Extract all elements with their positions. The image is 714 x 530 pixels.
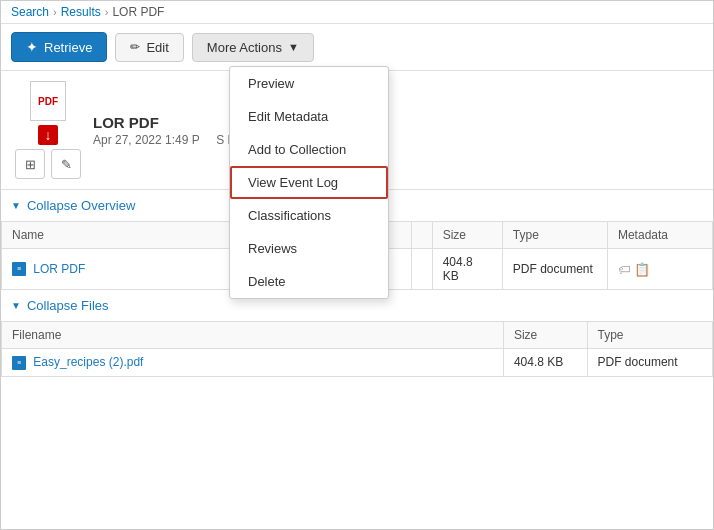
chevron-down-icon: ▼ (288, 41, 299, 53)
file-icon-small-files: ≡ (12, 356, 26, 370)
menu-item-delete[interactable]: Delete (230, 265, 388, 298)
metadata-icon: 📋 (634, 262, 650, 277)
more-actions-button[interactable]: More Actions ▼ (192, 33, 314, 62)
pdf-download-arrow[interactable]: ↓ (38, 125, 58, 145)
breadcrumb-sep2: › (105, 6, 109, 18)
files-col-filename: Filename (2, 322, 504, 349)
pdf-icon-label: PDF (38, 96, 58, 107)
menu-item-preview[interactable]: Preview (230, 67, 388, 100)
overview-col-size: Size (432, 222, 502, 249)
retrieve-button[interactable]: ✦ Retrieve (11, 32, 107, 62)
breadcrumb: Search › Results › LOR PDF (1, 1, 713, 24)
overview-row-name-link[interactable]: LOR PDF (33, 262, 85, 276)
overview-collapse-icon: ▼ (11, 200, 21, 211)
retrieve-star-icon: ✦ (26, 39, 38, 55)
overview-row-meta: 🏷 📋 (607, 249, 712, 290)
overview-row-size: 404.8 KB (432, 249, 502, 290)
overview-section-label: Collapse Overview (27, 198, 135, 213)
doc-meta-icon2[interactable]: ✎ (51, 149, 81, 179)
overview-col-empty (411, 222, 432, 249)
edit-button[interactable]: ✏ Edit (115, 33, 183, 62)
files-table: Filename Size Type ≡ Easy_recipes (2).pd… (1, 321, 713, 377)
menu-item-edit-metadata[interactable]: Edit Metadata (230, 100, 388, 133)
files-col-size: Size (503, 322, 587, 349)
files-col-type: Type (587, 322, 712, 349)
breadcrumb-sep1: › (53, 6, 57, 18)
files-row-type: PDF document (587, 349, 712, 377)
overview-row-empty (411, 249, 432, 290)
files-collapse-icon: ▼ (11, 300, 21, 311)
file-icon-small: ≡ (12, 262, 26, 276)
menu-item-classifications[interactable]: Classifications (230, 199, 388, 232)
overview-row-type: PDF document (502, 249, 607, 290)
breadcrumb-results[interactable]: Results (61, 5, 101, 19)
menu-item-view-event-log[interactable]: View Event Log (230, 166, 388, 199)
files-row-filename: ≡ Easy_recipes (2).pdf (2, 349, 504, 377)
overview-col-type: Type (502, 222, 607, 249)
pdf-icon: PDF (30, 81, 66, 121)
menu-item-add-to-collection[interactable]: Add to Collection (230, 133, 388, 166)
breadcrumb-search[interactable]: Search (11, 5, 49, 19)
document-title: LOR PDF (93, 114, 699, 131)
menu-item-reviews[interactable]: Reviews (230, 232, 388, 265)
tag-icon: 🏷 (618, 262, 631, 277)
toolbar: ✦ Retrieve ✏ Edit More Actions ▼ Preview… (1, 24, 713, 71)
table-row: ≡ Easy_recipes (2).pdf 404.8 KB PDF docu… (2, 349, 713, 377)
files-row-size: 404.8 KB (503, 349, 587, 377)
more-actions-label: More Actions (207, 40, 282, 55)
files-row-filename-link[interactable]: Easy_recipes (2).pdf (33, 355, 143, 369)
doc-meta-icon1[interactable]: ⊞ (15, 149, 45, 179)
document-date: Apr 27, 2022 1:49 P (93, 133, 200, 147)
edit-label: Edit (146, 40, 168, 55)
document-meta: Apr 27, 2022 1:49 P S LOR (93, 133, 699, 147)
more-actions-dropdown: Preview Edit Metadata Add to Collection … (229, 66, 389, 299)
breadcrumb-current: LOR PDF (112, 5, 164, 19)
document-info: LOR PDF Apr 27, 2022 1:49 P S LOR (93, 114, 699, 147)
overview-col-metadata: Metadata (607, 222, 712, 249)
doc-meta-icons: ⊞ ✎ (15, 149, 81, 179)
pencil-icon: ✏ (130, 40, 140, 54)
files-section-label: Collapse Files (27, 298, 109, 313)
retrieve-label: Retrieve (44, 40, 92, 55)
document-icon-wrap: PDF ↓ ⊞ ✎ (15, 81, 81, 179)
